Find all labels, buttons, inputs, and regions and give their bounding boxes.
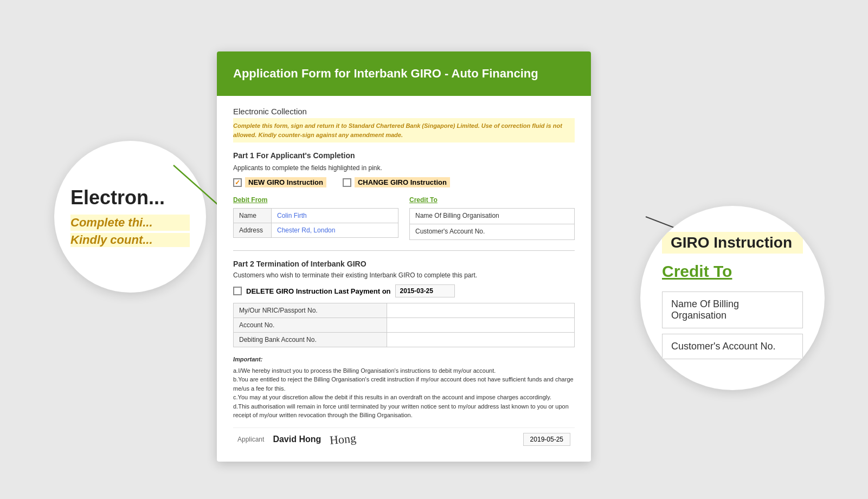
important-section: Important: a.I/We hereby instruct you to… [233,355,575,420]
debiting-row: Debiting Bank Account No. [234,333,575,347]
important-point-d: d.This authorisation will remain in forc… [233,402,575,420]
form-title: Application Form for Interbank GIRO - Au… [233,67,575,81]
applicant-instruction: Applicants to complete the fields highli… [233,164,575,172]
debit-heading: Debit From [233,196,398,204]
new-giro-label: NEW GIRO Instruction [245,177,326,187]
divider [233,250,575,251]
debit-side: Debit From Name Colin Firth Address Ches… [233,196,398,239]
giro-options: NEW GIRO Instruction CHANGE GIRO Instruc… [233,177,575,187]
nric-value[interactable] [387,303,575,318]
credit-side: Credit To Name Of Billing Organisation C… [409,196,575,239]
name-field-row: Name Colin Firth [233,208,398,223]
debiting-value[interactable] [387,333,575,347]
form-header: Application Form for Interbank GIRO - Au… [217,51,591,96]
part2-heading: Part 2 Termination of Interbank GIRO [233,260,575,268]
billing-org-value: Name Of Billing Organisation [410,209,574,224]
circle-right-title: Credit To [662,262,803,281]
nric-label: My/Our NRIC/Passport No. [234,303,387,318]
credit-heading: Credit To [409,196,575,204]
account-label: Account No. [234,318,387,333]
address-label: Address [234,223,272,237]
account-value[interactable] [387,318,575,333]
circle-left-text1: Complete thi... [70,215,190,231]
applicant-label: Applicant [237,436,264,443]
applicant-row: Applicant David Hong Hong 2019-05-25 [233,427,575,451]
important-point-a: a.I/We hereby instruct you to process th… [233,366,575,375]
change-giro-label: CHANGE GIRO Instruction [355,177,450,187]
applicant-signature: Hong [329,431,357,447]
circle-left-text2: Kindly count... [70,233,190,247]
main-form: Application Form for Interbank GIRO - Au… [217,51,591,462]
important-label: Important: [233,356,262,362]
address-value: Chester Rd, London [272,223,398,237]
important-point-b: b.You are entitled to reject the Billing… [233,375,575,393]
new-giro-checkbox[interactable] [233,178,242,187]
name-label: Name [234,209,272,223]
debit-credit-section: Debit From Name Colin Firth Address Ches… [233,196,575,239]
part2-table: My/Our NRIC/Passport No. Account No. Deb… [233,303,575,347]
circle-right-field1: Name Of Billing Organisation [662,291,803,328]
change-giro-checkbox[interactable] [343,178,351,187]
applicant-date: 2019-05-25 [523,433,570,446]
address-field-row: Address Chester Rd, London [233,223,398,238]
account-row: Account No. [234,318,575,333]
delete-date[interactable]: 2015-03-25 [395,284,455,297]
form-body: Electronic Collection Complete this form… [217,96,591,462]
section-title: Electronic Collection [233,107,575,116]
debiting-label: Debiting Bank Account No. [234,333,387,347]
applicant-name: David Hong [273,435,321,444]
delete-checkbox[interactable] [233,287,242,295]
instruction-text: Complete this form, sign and return it t… [233,118,575,142]
customer-account-value: Customer's Account No. [410,224,574,239]
nric-row: My/Our NRIC/Passport No. [234,303,575,318]
billing-org-row: Name Of Billing Organisation [409,208,575,224]
circle-right-field2: Customer's Account No. [662,334,803,359]
change-giro-option: CHANGE GIRO Instruction [343,177,450,187]
important-point-c: c.You may at your discretion allow the d… [233,393,575,402]
name-value: Colin Firth [272,209,398,223]
delete-label: DELETE GIRO Instruction Last Payment on [246,287,391,295]
customer-account-row: Customer's Account No. [409,224,575,240]
delete-row: DELETE GIRO Instruction Last Payment on … [233,284,575,297]
new-giro-option: NEW GIRO Instruction [233,177,326,187]
circle-left-title: Electron... [70,186,190,209]
circle-left-magnifier: Electron... Complete thi... Kindly count… [54,141,206,293]
circle-right-giro-label: GIRO Instruction [666,233,796,252]
part1-heading: Part 1 For Applicant's Completion [233,151,575,160]
circle-right-magnifier: GIRO Instruction Credit To Name Of Billi… [640,206,825,390]
part2-instruction: Customers who wish to terminate their ex… [233,271,575,279]
